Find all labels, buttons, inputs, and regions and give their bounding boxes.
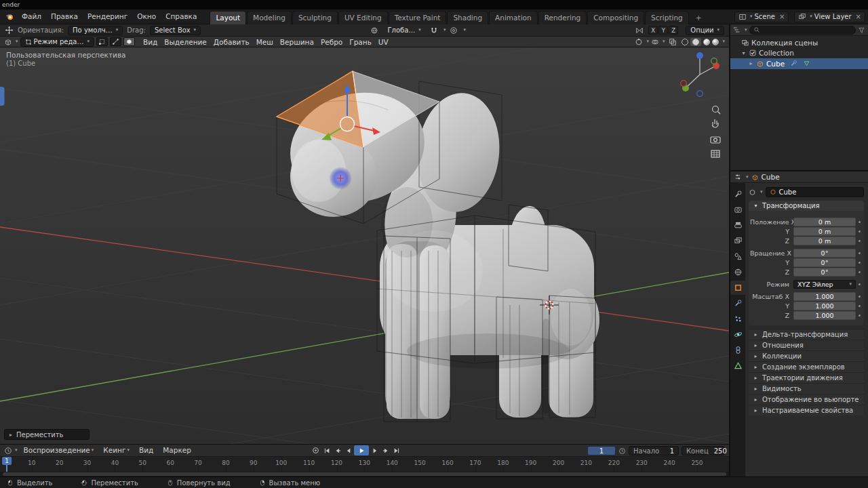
proportional-editing-icon[interactable] bbox=[450, 26, 458, 35]
preview-range-icon[interactable] bbox=[618, 447, 626, 455]
toolbar-expand-tab[interactable] bbox=[0, 87, 5, 106]
chevron-down-icon[interactable]: ▾ bbox=[15, 448, 18, 453]
properties-section-collapsed[interactable]: ▸Отображение во вьюпорте bbox=[749, 394, 864, 405]
animate-dot[interactable] bbox=[856, 230, 863, 232]
menubar-item[interactable]: Рендеринг bbox=[83, 9, 132, 24]
viewport-menu-item[interactable]: Выделение bbox=[161, 38, 210, 46]
properties-tab-world[interactable] bbox=[730, 265, 745, 279]
animate-dot[interactable] bbox=[856, 240, 863, 242]
animate-dot[interactable] bbox=[856, 252, 863, 254]
jump-to-end-button[interactable] bbox=[391, 445, 401, 455]
shading-solid-button[interactable] bbox=[690, 38, 701, 46]
shading-material-button[interactable] bbox=[703, 39, 710, 45]
property-value-field[interactable]: 1.000 bbox=[793, 311, 856, 320]
animate-dot[interactable] bbox=[856, 271, 863, 273]
playhead-badge[interactable]: 1 bbox=[2, 457, 12, 465]
transform-section-header[interactable]: ▾ Трансформация bbox=[749, 201, 864, 211]
workspace-tab[interactable]: Layout bbox=[210, 11, 246, 24]
face-select-button[interactable] bbox=[123, 37, 135, 46]
chevron-down-icon[interactable]: ▾ bbox=[443, 28, 446, 33]
chevron-down-icon[interactable]: ▾ bbox=[745, 28, 747, 33]
animate-dot[interactable] bbox=[856, 314, 863, 317]
snap-magnet-icon[interactable] bbox=[430, 26, 438, 35]
editor-type-icon[interactable] bbox=[4, 38, 12, 46]
properties-section-collapsed[interactable]: ▸Видимость bbox=[749, 383, 864, 394]
move-tool-icon[interactable] bbox=[5, 26, 14, 35]
properties-tab-scene[interactable] bbox=[730, 249, 745, 264]
frame-start-field[interactable]: Начало1 bbox=[629, 446, 679, 455]
timeline-menu-item[interactable]: Кеинг▾ bbox=[98, 445, 134, 456]
chevron-down-icon[interactable]: ▾ bbox=[463, 28, 466, 33]
properties-tab-render[interactable] bbox=[730, 203, 745, 217]
rotation-mode-dropdown[interactable]: XYZ Эйлер▾ bbox=[793, 280, 856, 289]
property-value-field[interactable]: 0 m bbox=[793, 218, 856, 226]
animate-dot[interactable] bbox=[856, 221, 863, 223]
properties-section-collapsed[interactable]: ▸Траектории движения bbox=[749, 372, 864, 383]
jump-to-start-button[interactable] bbox=[321, 445, 332, 455]
workspace-tab[interactable]: Scripting bbox=[645, 11, 689, 24]
viewport-menu-item[interactable]: Добавить bbox=[210, 38, 253, 46]
timeline-editor-icon[interactable] bbox=[4, 447, 12, 455]
viewport-menu-item[interactable]: Меш bbox=[253, 38, 277, 46]
next-keyframe-button[interactable] bbox=[380, 445, 391, 455]
outliner-row[interactable]: ▸Cube bbox=[730, 58, 868, 69]
shading-rendered-button[interactable] bbox=[712, 39, 719, 45]
shading-wireframe-button[interactable] bbox=[682, 39, 688, 45]
options-dropdown[interactable]: Опции▾ bbox=[686, 26, 724, 35]
viewport-menu-item[interactable]: Ребро bbox=[317, 38, 346, 46]
properties-section-collapsed[interactable]: ▸Отношения bbox=[749, 340, 864, 350]
menubar-item[interactable]: Справка bbox=[161, 9, 201, 24]
property-value-field[interactable]: 0° bbox=[793, 249, 856, 258]
viewport-menu-item[interactable]: Вершина bbox=[277, 38, 317, 46]
add-workspace-button[interactable]: + bbox=[690, 11, 708, 24]
properties-tab-particles[interactable] bbox=[730, 312, 745, 326]
property-value-field[interactable]: 0° bbox=[793, 268, 856, 277]
orientation-dropdown[interactable]: По умолч…▾ bbox=[68, 26, 123, 35]
next-frame-button[interactable] bbox=[370, 445, 380, 455]
viewport-menu-item[interactable]: Вид bbox=[140, 38, 161, 46]
outliner-search-input[interactable] bbox=[749, 26, 856, 35]
chevron-down-icon[interactable]: ▾ bbox=[663, 39, 665, 44]
mode-dropdown[interactable]: Режим реда…▾ bbox=[20, 37, 94, 47]
workspace-tab[interactable]: Compositing bbox=[587, 11, 644, 24]
workspace-tab[interactable]: Animation bbox=[489, 11, 538, 24]
timeline-scrollbar[interactable] bbox=[3, 472, 726, 476]
property-value-field[interactable]: 1.000 bbox=[793, 292, 856, 301]
timeline-menu-item[interactable]: Воспроизведение▾ bbox=[19, 445, 99, 456]
unlink-scene-button[interactable]: × bbox=[777, 13, 785, 20]
properties-editor-icon[interactable] bbox=[734, 173, 742, 181]
frame-end-field[interactable]: Конец250 bbox=[682, 446, 725, 455]
show-gizmo-icon[interactable] bbox=[635, 38, 643, 46]
workspace-tab[interactable]: Modeling bbox=[247, 11, 292, 24]
outliner-row[interactable]: ▾Collection bbox=[730, 48, 868, 59]
timeline-menu-item[interactable]: Вид bbox=[134, 445, 158, 456]
vertex-select-button[interactable] bbox=[96, 37, 108, 46]
viewport-menu-item[interactable]: Грань bbox=[346, 38, 375, 46]
filter-icon[interactable] bbox=[858, 26, 865, 34]
animate-dot[interactable] bbox=[856, 305, 863, 307]
axis-y-neg-ball[interactable] bbox=[711, 58, 717, 64]
property-value-field[interactable]: 0° bbox=[793, 258, 856, 267]
properties-tab-constraints[interactable] bbox=[730, 343, 745, 357]
record-button[interactable] bbox=[311, 445, 321, 455]
workspace-tab[interactable]: Rendering bbox=[538, 11, 587, 24]
workspace-tab[interactable]: UV Editing bbox=[338, 11, 388, 24]
chevron-down-icon[interactable]: ▾ bbox=[646, 39, 649, 44]
property-value-field[interactable]: 0 m bbox=[793, 237, 856, 245]
scene-selector[interactable]: ▾ Scene × bbox=[734, 12, 789, 22]
xray-toggle-icon[interactable] bbox=[669, 38, 677, 46]
properties-section-collapsed[interactable]: ▸Коллекции bbox=[749, 350, 864, 361]
properties-tab-view-layer[interactable] bbox=[730, 234, 745, 248]
properties-section-collapsed[interactable]: ▸Дельта-трансформация bbox=[749, 329, 864, 340]
expand-caret-icon[interactable]: ▾ bbox=[741, 50, 747, 56]
timeline-ruler[interactable]: 1102030405060708090100110120130140150160… bbox=[0, 457, 729, 472]
properties-section-collapsed[interactable]: ▸Настраиваемые свойства bbox=[749, 405, 864, 415]
expand-caret-icon[interactable]: ▸ bbox=[748, 60, 754, 66]
play-reverse-button[interactable] bbox=[343, 445, 353, 455]
viewport-menu-item[interactable]: UV bbox=[375, 38, 392, 46]
menubar-item[interactable]: Правка bbox=[46, 9, 83, 24]
pivot-point-icon[interactable] bbox=[370, 26, 378, 35]
properties-section-collapsed[interactable]: ▸Создание экземпляров bbox=[749, 361, 864, 372]
properties-tab-object-data[interactable] bbox=[730, 359, 745, 373]
properties-tab-object-properties[interactable] bbox=[730, 281, 745, 295]
